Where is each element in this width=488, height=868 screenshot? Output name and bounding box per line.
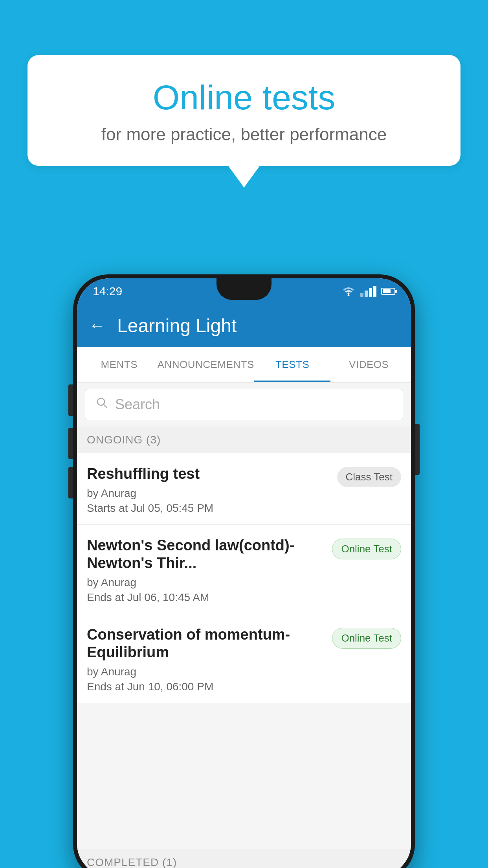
app-bar: ← Learning Light [77,304,411,347]
signal-icon [360,286,376,297]
test-name-3: Conservation of momentum-Equilibrium [87,626,326,662]
test-badge-3: Online Test [332,628,401,649]
search-icon [95,396,109,414]
battery-icon [381,288,395,295]
test-info-2: Newton's Second law(contd)-Newton's Thir… [87,537,332,604]
power-button [415,424,420,475]
extra-button [68,467,73,498]
test-author-2: by Anurag [87,576,326,589]
status-bar: 14:29 [77,278,411,304]
search-bar[interactable]: Search [85,389,403,420]
test-author-3: by Anurag [87,666,326,678]
speech-bubble-arrow [228,166,260,188]
completed-section-header: COMPLETED (1) [77,849,411,868]
test-item-conservation[interactable]: Conservation of momentum-Equilibrium by … [77,614,411,703]
test-item-reshuffling[interactable]: Reshuffling test by Anurag Starts at Jul… [77,453,411,525]
test-info-1: Reshuffling test by Anurag Starts at Jul… [87,465,337,515]
speech-bubble-container: Online tests for more practice, better p… [28,55,460,188]
tab-videos[interactable]: VIDEOS [330,347,407,382]
test-badge-2: Online Test [332,539,401,559]
tab-announcements[interactable]: ANNOUNCEMENTS [158,347,254,382]
app-title: Learning Light [117,315,237,337]
test-badge-1: Class Test [337,467,401,487]
completed-title: COMPLETED (1) [87,856,177,868]
screen-content: Search ONGOING (3) Reshuffling test by A… [77,383,411,868]
notch [216,278,272,300]
svg-line-2 [103,404,107,408]
test-time-1: Starts at Jul 05, 05:45 PM [87,502,331,515]
tabs-bar: MENTS ANNOUNCEMENTS TESTS VIDEOS [77,347,411,383]
ongoing-section-header: ONGOING (3) [77,427,411,453]
status-time: 14:29 [93,285,122,298]
search-placeholder: Search [115,396,160,413]
test-info-3: Conservation of momentum-Equilibrium by … [87,626,332,693]
test-name-2: Newton's Second law(contd)-Newton's Thir… [87,537,326,572]
test-item-newtons[interactable]: Newton's Second law(contd)-Newton's Thir… [77,525,411,614]
search-container: Search [77,383,411,427]
back-button[interactable]: ← [89,316,105,335]
tab-tests[interactable]: TESTS [254,347,331,382]
wifi-icon [341,286,356,297]
status-icons [341,286,395,297]
test-time-2: Ends at Jul 06, 10:45 AM [87,591,326,604]
test-time-3: Ends at Jun 10, 06:00 PM [87,680,326,693]
speech-bubble: Online tests for more practice, better p… [28,55,460,166]
tab-ments[interactable]: MENTS [81,347,158,382]
phone-frame: 14:29 [73,274,415,868]
phone-screen: 14:29 [77,278,411,868]
speech-bubble-title: Online tests [51,79,437,117]
volume-down-button [68,428,73,459]
speech-bubble-subtitle: for more practice, better performance [51,125,437,144]
ongoing-title: ONGOING (3) [87,434,161,446]
test-author-1: by Anurag [87,487,331,500]
svg-point-0 [348,294,350,296]
test-name-1: Reshuffling test [87,465,331,483]
volume-up-button [68,384,73,416]
